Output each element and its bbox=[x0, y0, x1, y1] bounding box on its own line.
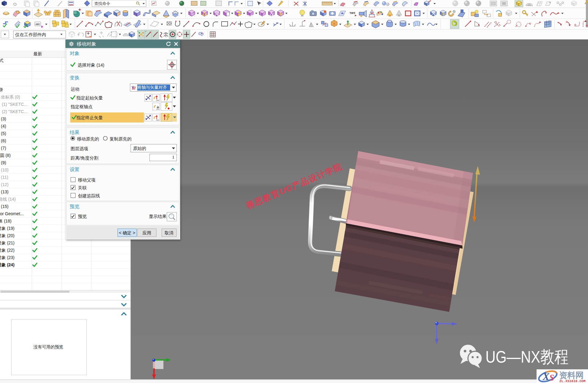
svg-text:ZL.XS1616.COM: ZL.XS1616.COM bbox=[559, 379, 586, 383]
svg-text:资料网: 资料网 bbox=[559, 371, 584, 380]
svg-text:S: S bbox=[549, 373, 554, 382]
svg-text:TIFF: TIFF bbox=[350, 12, 355, 15]
svg-text:UG—NX教程: UG—NX教程 bbox=[485, 347, 569, 366]
svg-text:查找命令: 查找命令 bbox=[94, 1, 110, 6]
svg-text:ABC: ABC bbox=[35, 23, 40, 25]
svg-text:仅在工作部件内: 仅在工作部件内 bbox=[15, 32, 46, 37]
svg-text:X: X bbox=[542, 371, 550, 382]
